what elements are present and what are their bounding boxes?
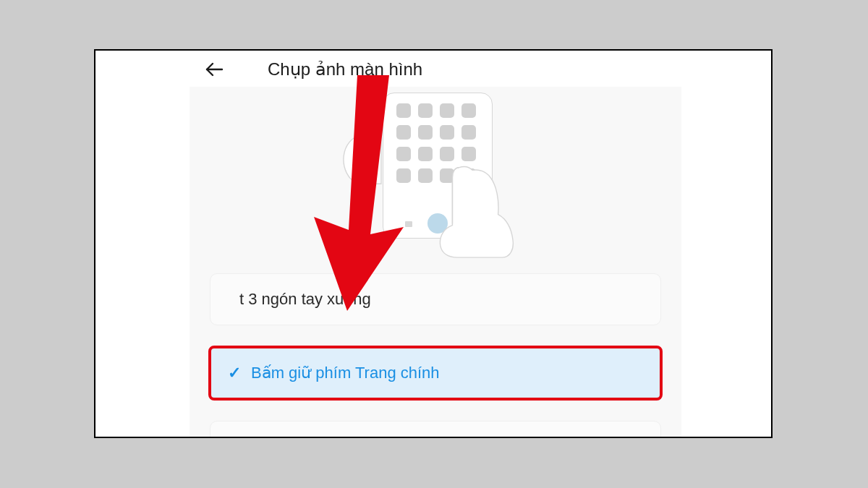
back-arrow-icon[interactable] [204, 59, 224, 80]
options-list: t 3 ngón tay xuống ✓ Bấm giữ phím Trang … [190, 273, 681, 438]
app-icon [461, 147, 476, 161]
app-icon [418, 147, 433, 161]
option-label: t 3 ngón tay xuống [239, 290, 371, 309]
app-icon [396, 103, 411, 118]
app-icon [418, 168, 433, 183]
app-icon [396, 168, 411, 183]
option-swipe-three-fingers[interactable]: t 3 ngón tay xuống [210, 273, 661, 325]
app-icon [440, 147, 454, 161]
header-bar: Chụp ảnh màn hình [190, 51, 681, 87]
phone-nav-left-icon [405, 221, 412, 227]
app-icon [440, 125, 454, 140]
checkmark-icon: ✓ [228, 364, 241, 382]
app-icon [418, 103, 433, 118]
page-title: Chụp ảnh màn hình [268, 59, 422, 80]
app-icon [440, 103, 454, 118]
screenshot-frame: Chụp ảnh màn hình [94, 49, 773, 438]
app-icon [396, 147, 411, 161]
hand-outline-left-icon [338, 100, 388, 187]
option-hold-home-key[interactable]: ✓ Bấm giữ phím Trang chính [210, 347, 661, 399]
settings-screen: Chụp ảnh màn hình [190, 51, 681, 437]
app-icon [396, 125, 411, 140]
app-icon [461, 125, 476, 140]
hand-outline-right-icon [432, 165, 519, 259]
option-label: Bấm giữ phím Menu [239, 437, 383, 438]
option-label: Bấm giữ phím Trang chính [251, 364, 440, 382]
option-hold-menu-key[interactable]: Bấm giữ phím Menu [210, 421, 661, 438]
app-icon [461, 103, 476, 118]
gesture-illustration [345, 93, 526, 259]
app-icon [418, 125, 433, 140]
